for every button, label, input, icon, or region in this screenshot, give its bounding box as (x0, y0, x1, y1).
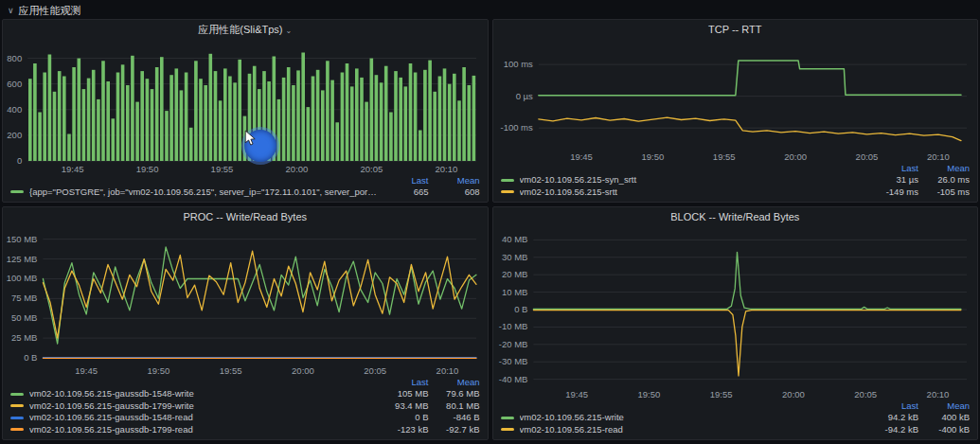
legend-label[interactable]: vm02-10.109.56.215-gaussdb-1799-write (29, 400, 378, 413)
chevron-down-icon: ∨ (8, 6, 14, 15)
dashboard: ∨ 应用性能观测 应用性能(Sli&Tps)⌄ 020040060080019:… (0, 0, 980, 444)
svg-text:19:50: 19:50 (136, 164, 159, 174)
svg-text:20:00: 20:00 (784, 151, 807, 162)
legend-mean-value: 80.1 MB (429, 400, 480, 413)
legend-last-value: -123 kB (378, 424, 429, 436)
legend-item[interactable]: vm02-10.109.56.215-srtt -149 ms -105 ms (501, 186, 971, 199)
series-swatch (501, 179, 514, 182)
svg-text:25 MB: 25 MB (11, 332, 37, 343)
legend-col-last[interactable]: Last (867, 163, 918, 174)
svg-text:75 MB: 75 MB (11, 293, 37, 303)
svg-text:20:05: 20:05 (361, 164, 383, 174)
legend-mean-value: 79.6 MB (429, 388, 480, 400)
legend-label[interactable]: {app="POSTGRE", job="vm02-10.109.56.215"… (29, 186, 378, 199)
p2-legend: Last Mean vm02-10.109.56.215-syn_srtt 31… (493, 163, 978, 202)
tcp-rtt-line-chart[interactable]: -100 ms0 µs100 ms19:4519:5019:5520:0020:… (493, 39, 978, 163)
svg-text:150 MB: 150 MB (7, 234, 38, 244)
svg-text:-10 MB: -10 MB (498, 321, 527, 331)
legend-item[interactable]: vm02-10.109.56.215-write 94.2 kB 400 kB (501, 412, 971, 424)
row-collapse-header[interactable]: ∨ 应用性能观测 (2, 2, 978, 19)
panel-tcp-rtt: TCP -- RTT -100 ms0 µs100 ms19:4519:5019… (492, 19, 979, 203)
svg-text:19:45: 19:45 (565, 389, 588, 400)
svg-text:20:10: 20:10 (436, 164, 458, 174)
svg-text:20:00: 20:00 (782, 389, 805, 400)
legend-item[interactable]: vm02-10.109.56.215-gaussdb-1548-read 0 B… (10, 412, 480, 424)
legend-label[interactable]: vm02-10.109.56.215-syn_srtt (520, 174, 868, 186)
legend-item[interactable]: vm02-10.109.56.215-gaussdb-1548-write 10… (10, 388, 480, 400)
legend-item[interactable]: vm02-10.109.56.215-syn_srtt 31 µs 26.0 m… (501, 174, 971, 186)
legend-col-mean[interactable]: Mean (429, 377, 480, 388)
legend-label[interactable]: vm02-10.109.56.215-read (520, 424, 868, 436)
panel-title[interactable]: PROC -- Write/Read Bytes (3, 207, 488, 226)
legend-item[interactable]: {app="POSTGRE", job="vm02-10.109.56.215"… (10, 186, 480, 199)
svg-text:800: 800 (7, 53, 22, 63)
panel-title-text: 应用性能(Sli&Tps) (198, 24, 282, 35)
svg-text:-20 MB: -20 MB (498, 339, 527, 349)
legend-item[interactable]: vm02-10.109.56.215-read -94.2 kB -400 kB (501, 424, 971, 436)
proc-rw-line-chart[interactable]: 0 B25 MB50 MB75 MB100 MB125 MB150 MB19:4… (3, 226, 488, 377)
series-swatch (10, 404, 24, 407)
svg-text:19:55: 19:55 (709, 389, 732, 400)
legend-col-last[interactable]: Last (378, 175, 429, 186)
legend-item[interactable]: vm02-10.109.56.215-gaussdb-1799-read -12… (10, 424, 480, 436)
panel-grid: 应用性能(Sli&Tps)⌄ 020040060080019:4519:5019… (2, 19, 978, 440)
legend-last-value: 31 µs (867, 174, 918, 186)
legend-col-mean[interactable]: Mean (918, 163, 970, 174)
legend-label[interactable]: vm02-10.109.56.215-gaussdb-1548-read (29, 412, 378, 424)
svg-text:19:45: 19:45 (75, 365, 98, 376)
svg-text:19:45: 19:45 (62, 164, 84, 174)
svg-text:0 µs: 0 µs (515, 91, 532, 101)
panel-title[interactable]: TCP -- RTT (493, 20, 978, 39)
svg-text:20:00: 20:00 (292, 365, 314, 376)
legend-label[interactable]: vm02-10.109.56.215-gaussdb-1799-read (29, 424, 378, 436)
legend-label[interactable]: vm02-10.109.56.215-srtt (520, 186, 868, 199)
svg-text:0 B: 0 B (24, 352, 37, 363)
svg-text:30 MB: 30 MB (501, 252, 526, 262)
panel-title[interactable]: BLOCK -- Write/Read Bytes (493, 207, 978, 226)
svg-text:40 MB: 40 MB (501, 234, 526, 244)
block-rw-line-chart[interactable]: -40 MB-30 MB-20 MB-10 MB0 B10 MB20 MB30 … (493, 226, 978, 400)
legend-col-mean[interactable]: Mean (429, 175, 480, 186)
legend-label[interactable]: vm02-10.109.56.215-gaussdb-1548-write (29, 388, 378, 400)
legend-last-value: 105 MB (378, 388, 429, 400)
legend-col-last[interactable]: Last (867, 400, 918, 412)
series-swatch (10, 393, 24, 396)
legend-mean-value: 26.0 ms (918, 174, 970, 186)
svg-text:600: 600 (7, 79, 22, 89)
legend-item[interactable]: vm02-10.109.56.215-gaussdb-1799-write 93… (10, 400, 480, 413)
panel-title[interactable]: 应用性能(Sli&Tps)⌄ (3, 20, 488, 39)
p3-legend: Last Mean vm02-10.109.56.215-gaussdb-154… (3, 377, 488, 439)
panel-proc-rw: PROC -- Write/Read Bytes 0 B25 MB50 MB75… (2, 206, 489, 440)
series-swatch (501, 190, 514, 193)
legend-mean-value: -846 B (429, 412, 480, 424)
series-swatch (501, 428, 514, 431)
legend-label[interactable]: vm02-10.109.56.215-write (520, 412, 868, 424)
legend-mean-value: 608 (429, 186, 480, 199)
p1-legend: Last Mean {app="POSTGRE", job="vm02-10.1… (3, 175, 488, 203)
svg-text:20:10: 20:10 (437, 365, 459, 376)
svg-text:-100 ms: -100 ms (500, 122, 533, 133)
chevron-down-icon: ⌄ (286, 27, 293, 35)
mouse-pointer-icon (244, 130, 257, 147)
svg-text:19:55: 19:55 (211, 164, 234, 174)
legend-mean-value: -105 ms (918, 186, 970, 199)
svg-text:19:55: 19:55 (712, 151, 735, 162)
legend-col-last[interactable]: Last (378, 377, 429, 388)
svg-text:20:05: 20:05 (854, 389, 877, 400)
svg-text:20:10: 20:10 (926, 389, 949, 400)
legend-last-value: 93.4 MB (378, 400, 429, 413)
legend-col-mean[interactable]: Mean (918, 400, 970, 412)
legend-last-value: 665 (378, 186, 429, 199)
series-swatch (501, 417, 514, 419)
panel-block-rw: BLOCK -- Write/Read Bytes -40 MB-30 MB-2… (492, 206, 979, 440)
svg-text:10 MB: 10 MB (501, 287, 526, 297)
svg-text:19:50: 19:50 (148, 365, 170, 376)
series-swatch (10, 417, 24, 419)
panel-title-text: PROC -- Write/Read Bytes (183, 211, 307, 222)
legend-last-value: -94.2 kB (867, 424, 918, 436)
svg-text:19:50: 19:50 (641, 151, 664, 162)
svg-text:100 MB: 100 MB (7, 273, 38, 283)
svg-text:19:50: 19:50 (637, 389, 660, 400)
svg-text:0 B: 0 B (514, 304, 527, 314)
sli-tps-bar-chart[interactable]: 020040060080019:4519:5019:5520:0020:0520… (3, 39, 488, 175)
